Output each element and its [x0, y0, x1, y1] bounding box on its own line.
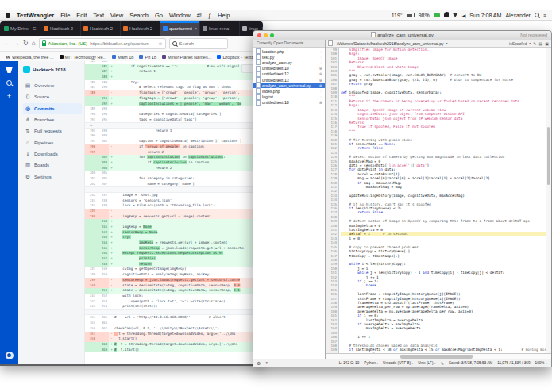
- document-list-item[interactable]: index.php○: [253, 88, 325, 94]
- sidebar-item-branches[interactable]: ⋔Branches: [23, 114, 82, 125]
- split-icon[interactable]: ▣: [545, 41, 549, 46]
- page-actions-icon[interactable]: ⋯: [151, 40, 156, 46]
- page-url[interactable]: https://bitbucket.org/quantumminds: [90, 41, 149, 46]
- apple-menu-icon[interactable]: [6, 13, 10, 18]
- menu-item[interactable]: Help: [218, 12, 230, 19]
- code-lines[interactable]: Simplifies image for motion detection. A…: [339, 48, 546, 353]
- diff-new-lineno: [97, 332, 109, 337]
- bitbucket-logo-icon[interactable]: [6, 67, 13, 73]
- notification-center-icon[interactable]: ≡: [543, 13, 546, 18]
- sidebar-item-commits[interactable]: ◎Commits: [23, 103, 82, 114]
- browser-tab[interactable]: quantummin×: [160, 21, 200, 36]
- document-list-item[interactable]: untitled text 18⊗: [253, 100, 325, 106]
- sidebar-item-settings[interactable]: ⚙Settings: [23, 171, 82, 182]
- close-document-icon[interactable]: ⊗: [319, 66, 322, 71]
- sidebar-item-pull-requests[interactable]: ⇅Pull requests: [23, 125, 82, 136]
- edit-marker-icon[interactable]: ✎: [533, 41, 536, 46]
- bookmark-item[interactable]: MIT Technology Re...: [60, 55, 107, 60]
- editor-vertical-scrollbar[interactable]: [546, 48, 551, 353]
- bookmark-item[interactable]: Minor Planet Names...: [162, 55, 211, 60]
- sidebar-item-downloads[interactable]: ↧Downloads: [23, 148, 82, 159]
- close-document-icon[interactable]: ⊗: [319, 78, 322, 83]
- menu-item[interactable]: Go: [155, 12, 163, 19]
- language-popup[interactable]: Python ▾: [364, 361, 378, 365]
- menu-item[interactable]: Window: [169, 12, 191, 19]
- editor-vscroll-thumb[interactable]: [547, 127, 550, 185]
- document-list-item[interactable]: log.txt○: [253, 94, 325, 100]
- sidebar-item-source[interactable]: ⟨⟩Source: [23, 91, 82, 102]
- site-identity[interactable]: Atlassian, Inc. (US): [48, 41, 88, 46]
- document-state-icon[interactable]: ○: [320, 94, 322, 99]
- spotlight-icon[interactable]: [535, 13, 539, 17]
- reload-button[interactable]: ↻: [23, 40, 29, 47]
- user-avatar[interactable]: ☻: [6, 352, 14, 359]
- back-button[interactable]: ←: [4, 40, 10, 47]
- menu-item[interactable]: #!: [197, 12, 202, 19]
- document-list-item[interactable]: untitled text 12⊗: [253, 71, 325, 77]
- menu-item[interactable]: TextWrangler: [17, 12, 54, 19]
- documents-drawer: Currently Open Documents location.php○te…: [253, 40, 326, 359]
- document-state-icon[interactable]: ○: [320, 49, 322, 54]
- document-state-icon[interactable]: ○: [320, 55, 322, 60]
- green-battery-icon[interactable]: [434, 13, 440, 17]
- markers-icon[interactable]: ▤: [539, 41, 543, 46]
- lock-icon[interactable]: [42, 43, 46, 46]
- menu-item[interactable]: Text: [93, 12, 104, 19]
- diff-old-lineno: [85, 256, 97, 262]
- document-list-item[interactable]: location.php○: [253, 48, 325, 54]
- volume-icon[interactable]: ◀: [462, 13, 466, 18]
- bookmark-item[interactable]: Math 1b: [112, 55, 133, 60]
- menu-item[interactable]: Edit: [76, 12, 87, 19]
- document-list-item[interactable]: analyze_cam_universal.py⊗: [253, 83, 325, 88]
- menu-item[interactable]: File: [60, 12, 70, 19]
- close-document-icon[interactable]: ⊗: [319, 83, 322, 88]
- repo-header[interactable]: Hacktech 2018: [23, 66, 82, 73]
- bookmark-star-icon[interactable]: ☆: [158, 40, 162, 46]
- document-list-item[interactable]: test.py○: [253, 54, 325, 60]
- bookmark-item[interactable]: Ph 1b: [139, 55, 156, 60]
- document-proxy-icon[interactable]: [371, 32, 376, 37]
- document-list-item[interactable]: untitled text 10⊗: [253, 66, 325, 71]
- menu-item[interactable]: View: [110, 12, 123, 19]
- browser-tab[interactable]: Hacktech 2: [121, 21, 160, 36]
- bookmark-item[interactable]: WWikipedia, the free ...: [6, 55, 54, 60]
- menu-item[interactable]: ƒ: [208, 12, 211, 19]
- forward-button[interactable]: →: [14, 40, 20, 47]
- document-list-item[interactable]: analyze_cam.py○: [253, 60, 325, 65]
- close-document-icon[interactable]: ⊗: [319, 71, 322, 76]
- search-box[interactable]: [169, 38, 228, 49]
- home-button[interactable]: ⌂: [32, 40, 36, 47]
- file-path[interactable]: /Volumes/Datasets/hacktech2018/analyze_c…: [337, 41, 444, 46]
- clock-text[interactable]: Sun 7:08 AM: [469, 13, 501, 18]
- user-name[interactable]: Alexander: [505, 13, 531, 18]
- document-state-icon[interactable]: ○: [320, 89, 322, 94]
- diff-hunk-separator[interactable]: ⋯: [85, 186, 263, 193]
- browser-tab[interactable]: Hacktech 2: [81, 21, 121, 36]
- code-area[interactable]: 9910010110210310410510610710810911011111…: [326, 48, 551, 353]
- rail-add-icon[interactable]: +: [7, 93, 11, 100]
- close-document-icon[interactable]: ⊗: [319, 100, 322, 105]
- sidebar-item-pipelines[interactable]: ○Pipelines: [23, 136, 82, 148]
- browser-tab[interactable]: My Drive - G: [2, 21, 41, 36]
- diff-hunk-separator[interactable]: ⋯: [85, 309, 263, 316]
- diff-hunk-separator[interactable]: ⋯: [85, 122, 263, 129]
- encoding-popup[interactable]: Unicode (UTF-8) ▾: [383, 361, 413, 365]
- document-list-item[interactable]: untitled text 13⊗: [253, 77, 325, 83]
- rail-search-icon[interactable]: [6, 80, 12, 86]
- line-endings-popup[interactable]: Unix (LF) ▾: [418, 361, 436, 365]
- drawer-gear-icon[interactable]: ⚙: [257, 360, 261, 366]
- zoom-popup[interactable]: 100% ▾: [535, 361, 547, 365]
- tab-close-icon[interactable]: ×: [194, 26, 197, 31]
- document-state-icon[interactable]: ○: [320, 60, 322, 65]
- sidebar-item-boards[interactable]: ▥Boards: [23, 159, 82, 171]
- menu-item[interactable]: Search: [129, 12, 149, 19]
- url-field[interactable]: Atlassian, Inc. (US) https://bitbucket.o…: [39, 38, 166, 49]
- wifi-icon[interactable]: [453, 13, 458, 17]
- sidebar-item-overview[interactable]: ▤Overview: [23, 80, 82, 91]
- browser-tab[interactable]: linux rena: [200, 21, 240, 36]
- browser-tab[interactable]: Hacktech 2: [41, 21, 81, 36]
- search-input[interactable]: [179, 41, 214, 46]
- function-popup[interactable]: isSpoofed: [509, 41, 527, 46]
- tab-favicon: [44, 26, 48, 31]
- bag-icon[interactable]: [444, 13, 449, 17]
